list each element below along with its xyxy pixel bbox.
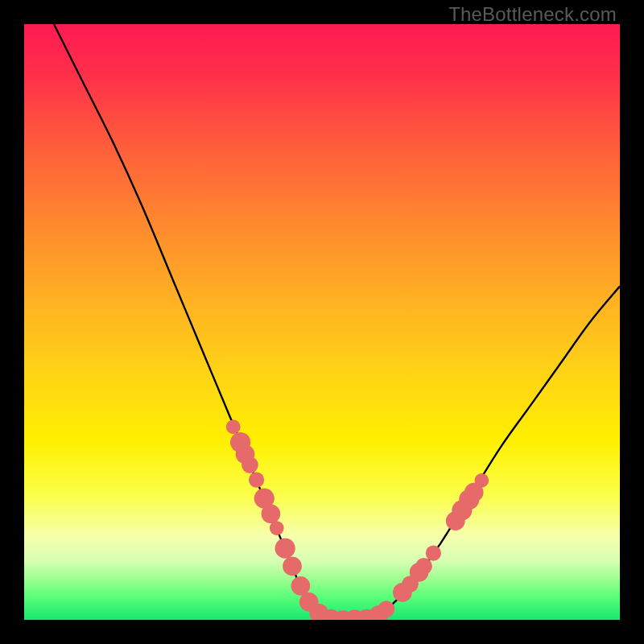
curve-marker <box>283 557 302 576</box>
watermark-text: TheBottleneck.com <box>448 3 617 26</box>
bottleneck-curve <box>54 24 620 620</box>
curve-marker <box>291 576 311 596</box>
curve-path <box>54 24 620 620</box>
curve-marker <box>426 546 441 561</box>
curve-marker <box>242 456 258 473</box>
chart-container: TheBottleneck.com <box>0 0 644 644</box>
curve-marker <box>249 472 264 487</box>
curve-marker <box>226 419 241 434</box>
curve-layer <box>24 24 620 620</box>
curve-marker <box>262 504 281 523</box>
curve-marker <box>474 473 489 488</box>
curve-markers <box>226 419 489 620</box>
curve-marker <box>378 601 395 617</box>
curve-marker <box>275 539 295 559</box>
curve-marker <box>270 521 284 535</box>
curve-marker <box>415 558 432 575</box>
plot-area <box>24 24 620 620</box>
